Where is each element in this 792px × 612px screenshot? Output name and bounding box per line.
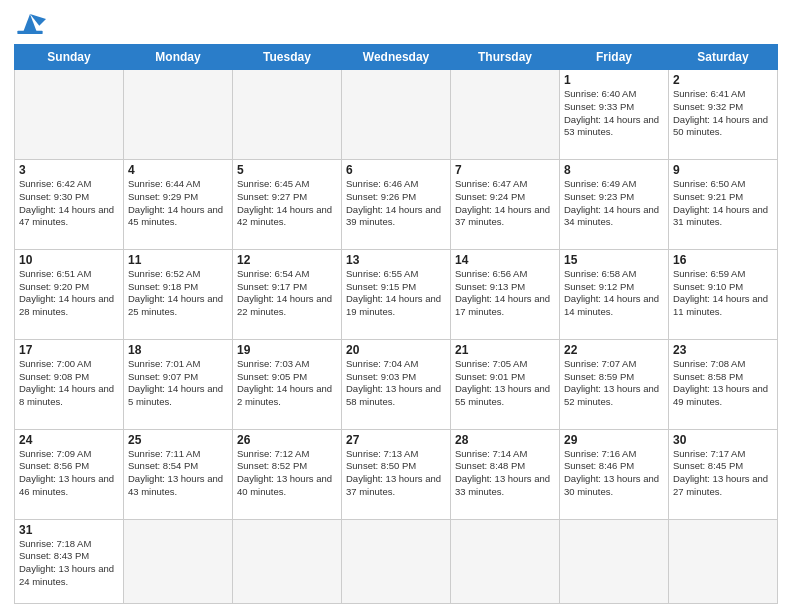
day-number: 31: [19, 523, 119, 537]
calendar-cell: 6Sunrise: 6:46 AM Sunset: 9:26 PM Daylig…: [342, 159, 451, 249]
day-number: 4: [128, 163, 228, 177]
day-number: 21: [455, 343, 555, 357]
day-number: 25: [128, 433, 228, 447]
day-info: Sunrise: 6:49 AM Sunset: 9:23 PM Dayligh…: [564, 178, 664, 229]
day-number: 20: [346, 343, 446, 357]
weekday-header-monday: Monday: [124, 45, 233, 70]
calendar-cell: 16Sunrise: 6:59 AM Sunset: 9:10 PM Dayli…: [669, 249, 778, 339]
day-number: 9: [673, 163, 773, 177]
day-number: 22: [564, 343, 664, 357]
calendar-cell: 24Sunrise: 7:09 AM Sunset: 8:56 PM Dayli…: [15, 429, 124, 519]
day-number: 7: [455, 163, 555, 177]
weekday-header-wednesday: Wednesday: [342, 45, 451, 70]
day-number: 29: [564, 433, 664, 447]
calendar: SundayMondayTuesdayWednesdayThursdayFrid…: [14, 44, 778, 604]
day-number: 18: [128, 343, 228, 357]
weekday-header-thursday: Thursday: [451, 45, 560, 70]
day-info: Sunrise: 6:54 AM Sunset: 9:17 PM Dayligh…: [237, 268, 337, 319]
day-number: 3: [19, 163, 119, 177]
calendar-cell: 12Sunrise: 6:54 AM Sunset: 9:17 PM Dayli…: [233, 249, 342, 339]
day-number: 15: [564, 253, 664, 267]
day-number: 24: [19, 433, 119, 447]
day-number: 26: [237, 433, 337, 447]
calendar-cell: [451, 70, 560, 160]
calendar-cell: 15Sunrise: 6:58 AM Sunset: 9:12 PM Dayli…: [560, 249, 669, 339]
calendar-week-row: 1Sunrise: 6:40 AM Sunset: 9:33 PM Daylig…: [15, 70, 778, 160]
calendar-cell: 18Sunrise: 7:01 AM Sunset: 9:07 PM Dayli…: [124, 339, 233, 429]
day-info: Sunrise: 6:40 AM Sunset: 9:33 PM Dayligh…: [564, 88, 664, 139]
weekday-header-sunday: Sunday: [15, 45, 124, 70]
day-number: 16: [673, 253, 773, 267]
calendar-cell: 30Sunrise: 7:17 AM Sunset: 8:45 PM Dayli…: [669, 429, 778, 519]
calendar-cell: 21Sunrise: 7:05 AM Sunset: 9:01 PM Dayli…: [451, 339, 560, 429]
day-number: 23: [673, 343, 773, 357]
calendar-cell: [451, 519, 560, 603]
calendar-cell: 9Sunrise: 6:50 AM Sunset: 9:21 PM Daylig…: [669, 159, 778, 249]
day-info: Sunrise: 6:42 AM Sunset: 9:30 PM Dayligh…: [19, 178, 119, 229]
day-info: Sunrise: 7:01 AM Sunset: 9:07 PM Dayligh…: [128, 358, 228, 409]
calendar-cell: 1Sunrise: 6:40 AM Sunset: 9:33 PM Daylig…: [560, 70, 669, 160]
day-number: 2: [673, 73, 773, 87]
calendar-cell: [124, 519, 233, 603]
calendar-week-row: 17Sunrise: 7:00 AM Sunset: 9:08 PM Dayli…: [15, 339, 778, 429]
calendar-cell: 7Sunrise: 6:47 AM Sunset: 9:24 PM Daylig…: [451, 159, 560, 249]
calendar-cell: [669, 519, 778, 603]
calendar-cell: 19Sunrise: 7:03 AM Sunset: 9:05 PM Dayli…: [233, 339, 342, 429]
day-info: Sunrise: 7:08 AM Sunset: 8:58 PM Dayligh…: [673, 358, 773, 409]
calendar-cell: 4Sunrise: 6:44 AM Sunset: 9:29 PM Daylig…: [124, 159, 233, 249]
day-info: Sunrise: 7:00 AM Sunset: 9:08 PM Dayligh…: [19, 358, 119, 409]
day-info: Sunrise: 6:59 AM Sunset: 9:10 PM Dayligh…: [673, 268, 773, 319]
day-info: Sunrise: 7:03 AM Sunset: 9:05 PM Dayligh…: [237, 358, 337, 409]
day-info: Sunrise: 6:52 AM Sunset: 9:18 PM Dayligh…: [128, 268, 228, 319]
day-number: 11: [128, 253, 228, 267]
weekday-header-saturday: Saturday: [669, 45, 778, 70]
calendar-week-row: 3Sunrise: 6:42 AM Sunset: 9:30 PM Daylig…: [15, 159, 778, 249]
day-number: 12: [237, 253, 337, 267]
calendar-cell: 2Sunrise: 6:41 AM Sunset: 9:32 PM Daylig…: [669, 70, 778, 160]
day-info: Sunrise: 7:04 AM Sunset: 9:03 PM Dayligh…: [346, 358, 446, 409]
calendar-cell: [342, 519, 451, 603]
calendar-cell: 20Sunrise: 7:04 AM Sunset: 9:03 PM Dayli…: [342, 339, 451, 429]
calendar-cell: 14Sunrise: 6:56 AM Sunset: 9:13 PM Dayli…: [451, 249, 560, 339]
calendar-cell: 13Sunrise: 6:55 AM Sunset: 9:15 PM Dayli…: [342, 249, 451, 339]
day-info: Sunrise: 6:55 AM Sunset: 9:15 PM Dayligh…: [346, 268, 446, 319]
calendar-cell: 23Sunrise: 7:08 AM Sunset: 8:58 PM Dayli…: [669, 339, 778, 429]
day-info: Sunrise: 6:41 AM Sunset: 9:32 PM Dayligh…: [673, 88, 773, 139]
day-number: 6: [346, 163, 446, 177]
calendar-cell: 29Sunrise: 7:16 AM Sunset: 8:46 PM Dayli…: [560, 429, 669, 519]
day-number: 10: [19, 253, 119, 267]
calendar-cell: 27Sunrise: 7:13 AM Sunset: 8:50 PM Dayli…: [342, 429, 451, 519]
weekday-header-friday: Friday: [560, 45, 669, 70]
day-info: Sunrise: 6:58 AM Sunset: 9:12 PM Dayligh…: [564, 268, 664, 319]
calendar-cell: 3Sunrise: 6:42 AM Sunset: 9:30 PM Daylig…: [15, 159, 124, 249]
day-number: 1: [564, 73, 664, 87]
day-info: Sunrise: 7:17 AM Sunset: 8:45 PM Dayligh…: [673, 448, 773, 499]
calendar-week-row: 10Sunrise: 6:51 AM Sunset: 9:20 PM Dayli…: [15, 249, 778, 339]
day-number: 30: [673, 433, 773, 447]
calendar-cell: 8Sunrise: 6:49 AM Sunset: 9:23 PM Daylig…: [560, 159, 669, 249]
day-info: Sunrise: 6:44 AM Sunset: 9:29 PM Dayligh…: [128, 178, 228, 229]
calendar-cell: [124, 70, 233, 160]
calendar-cell: 28Sunrise: 7:14 AM Sunset: 8:48 PM Dayli…: [451, 429, 560, 519]
day-info: Sunrise: 7:13 AM Sunset: 8:50 PM Dayligh…: [346, 448, 446, 499]
day-number: 14: [455, 253, 555, 267]
day-info: Sunrise: 6:47 AM Sunset: 9:24 PM Dayligh…: [455, 178, 555, 229]
calendar-cell: [342, 70, 451, 160]
day-info: Sunrise: 7:09 AM Sunset: 8:56 PM Dayligh…: [19, 448, 119, 499]
calendar-cell: [560, 519, 669, 603]
calendar-cell: [15, 70, 124, 160]
day-info: Sunrise: 7:11 AM Sunset: 8:54 PM Dayligh…: [128, 448, 228, 499]
page: SundayMondayTuesdayWednesdayThursdayFrid…: [0, 0, 792, 612]
logo: [14, 10, 50, 38]
day-info: Sunrise: 7:05 AM Sunset: 9:01 PM Dayligh…: [455, 358, 555, 409]
calendar-cell: 11Sunrise: 6:52 AM Sunset: 9:18 PM Dayli…: [124, 249, 233, 339]
calendar-cell: 31Sunrise: 7:18 AM Sunset: 8:43 PM Dayli…: [15, 519, 124, 603]
weekday-header-tuesday: Tuesday: [233, 45, 342, 70]
weekday-header-row: SundayMondayTuesdayWednesdayThursdayFrid…: [15, 45, 778, 70]
day-number: 28: [455, 433, 555, 447]
calendar-cell: 5Sunrise: 6:45 AM Sunset: 9:27 PM Daylig…: [233, 159, 342, 249]
calendar-week-row: 24Sunrise: 7:09 AM Sunset: 8:56 PM Dayli…: [15, 429, 778, 519]
day-number: 27: [346, 433, 446, 447]
calendar-cell: [233, 519, 342, 603]
calendar-cell: 26Sunrise: 7:12 AM Sunset: 8:52 PM Dayli…: [233, 429, 342, 519]
